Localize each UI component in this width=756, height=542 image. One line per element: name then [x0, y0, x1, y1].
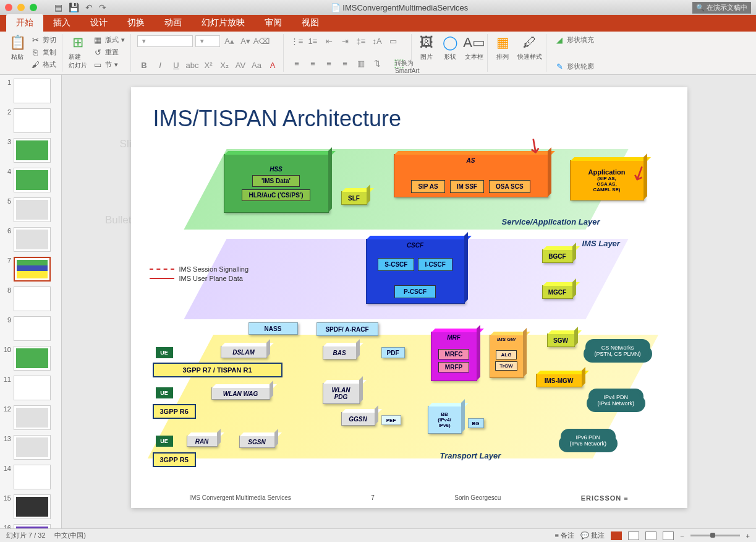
align-center-button[interactable]: ≡	[306, 56, 320, 70]
slide-thumb-10[interactable]: 10	[2, 346, 59, 371]
paste-button[interactable]: 📋 粘贴	[9, 34, 26, 70]
mrf-block[interactable]: MRF MRFC MRFP	[431, 332, 477, 381]
ipv6-cloud[interactable]: IPv6 PDN(IPv6 Network)	[564, 431, 613, 450]
tab-view[interactable]: 视图	[292, 14, 329, 32]
thumbnail[interactable]	[14, 435, 51, 460]
slide-thumb-15[interactable]: 15	[2, 494, 59, 519]
subscript-button[interactable]: X₂	[218, 58, 231, 72]
superscript-button[interactable]: X²	[202, 58, 215, 72]
bg-block[interactable]: BG	[468, 418, 484, 428]
font-family-select[interactable]: ▾	[137, 35, 193, 47]
slide-thumb-1[interactable]: 1	[2, 79, 59, 103]
thumbnail[interactable]	[14, 524, 51, 528]
font-size-select[interactable]: ▾	[195, 35, 220, 47]
slide-thumb-7[interactable]: 7	[2, 257, 59, 282]
thumbnail[interactable]	[14, 494, 51, 519]
redo-icon[interactable]: ↷	[99, 2, 106, 12]
maximize-button[interactable]	[30, 4, 37, 11]
bas-block[interactable]: BAS	[323, 346, 357, 359]
thumbnail[interactable]	[14, 405, 51, 430]
undo-icon[interactable]: ↶	[85, 2, 93, 12]
spdf-block[interactable]: SPDF/ A-RACF	[316, 322, 378, 336]
sgw-block[interactable]: SGW	[547, 333, 575, 347]
ue-1[interactable]: UE	[156, 347, 173, 358]
numbering-button[interactable]: 1≡	[306, 34, 320, 48]
cut-button[interactable]: ✂剪切	[28, 34, 58, 45]
thumbnail[interactable]	[14, 316, 51, 341]
copy-button[interactable]: ⎘复制	[28, 46, 58, 58]
slide-thumb-8[interactable]: 8	[2, 286, 59, 311]
slide-thumb-9[interactable]: 9	[2, 316, 59, 341]
ran-block[interactable]: RAN	[187, 436, 218, 447]
sgsn-block[interactable]: SGSN	[239, 436, 275, 448]
strike-button[interactable]: abc	[185, 58, 199, 72]
thumbnail[interactable]	[14, 257, 51, 282]
layout-button[interactable]: ▦版式 ▾	[91, 34, 127, 45]
thumbnail[interactable]	[14, 79, 51, 103]
slide-thumb-4[interactable]: 4	[2, 168, 59, 192]
decrease-font-button[interactable]: A▾	[239, 34, 252, 48]
thumbnail[interactable]	[14, 138, 51, 163]
wlan-wag-block[interactable]: WLAN WAG	[211, 387, 270, 400]
thumbnail[interactable]	[14, 286, 51, 311]
tab-design[interactable]: 设计	[80, 14, 117, 32]
text-direction-button[interactable]: ↕A	[370, 34, 384, 48]
tab-review[interactable]: 审阅	[255, 14, 292, 32]
arrange-button[interactable]: ▦排列	[494, 34, 511, 61]
clear-format-button[interactable]: A⌫	[255, 34, 268, 48]
zoom-slider[interactable]	[690, 535, 740, 536]
decrease-indent-button[interactable]: ⇤	[322, 34, 336, 48]
zoom-in-button[interactable]: +	[746, 532, 750, 540]
align-left-button[interactable]: ≡	[290, 56, 304, 70]
reading-view-button[interactable]	[645, 531, 656, 540]
slide-thumb-6[interactable]: 6	[2, 227, 59, 252]
quick-style-button[interactable]: 🖊快速样式	[517, 34, 542, 61]
bullets-button[interactable]: ⋮≡	[290, 34, 304, 48]
normal-view-button[interactable]	[611, 531, 622, 540]
format-painter-button[interactable]: 🖌格式	[28, 59, 58, 70]
pef-block[interactable]: PEF	[381, 415, 401, 425]
slf-block[interactable]: SLF	[341, 191, 367, 205]
ue-3[interactable]: UE	[156, 436, 173, 447]
ims-mgw-block[interactable]: IMS-MGW	[536, 374, 582, 387]
bgcf-block[interactable]: BGCF	[542, 249, 573, 263]
thumbnail[interactable]	[14, 108, 51, 133]
slide-thumb-5[interactable]: 5	[2, 197, 59, 222]
italic-button[interactable]: I	[153, 58, 167, 72]
columns-button[interactable]: ▥	[354, 56, 368, 70]
comments-button[interactable]: 💬 批注	[580, 531, 605, 540]
thumbnail[interactable]	[14, 168, 51, 192]
align-text-button[interactable]: ▭	[386, 34, 400, 48]
section-button[interactable]: ▭节 ▾	[91, 59, 127, 70]
shape-outline-button[interactable]: ✎形状轮廓	[553, 61, 596, 72]
justify-button[interactable]: ≡	[338, 56, 352, 70]
ue-2[interactable]: UE	[156, 387, 173, 398]
cscf-block[interactable]: CSCF S-CSCF I-CSCF P-CSCF	[366, 239, 465, 304]
slide-title[interactable]: IMS/TISPAN Architecture	[153, 106, 401, 132]
increase-font-button[interactable]: A▴	[223, 34, 236, 48]
ipv4-cloud[interactable]: IPv4 PDN(IPv4 Network)	[592, 390, 641, 410]
thumbnail[interactable]	[14, 465, 51, 489]
increase-indent-button[interactable]: ⇥	[338, 34, 352, 48]
slide-thumb-3[interactable]: 3	[2, 138, 59, 163]
save-icon[interactable]: ▤	[54, 2, 62, 12]
cs-networks-cloud[interactable]: CS Networks(PSTN, CS PLMN)	[588, 341, 647, 361]
mgcf-block[interactable]: MGCF	[542, 285, 573, 299]
thumbnail[interactable]	[14, 376, 51, 400]
thumbnail[interactable]	[14, 227, 51, 252]
zoom-out-button[interactable]: −	[680, 532, 684, 540]
search-box[interactable]: 🔍 在演示文稿中	[692, 2, 751, 14]
wlan-pdg-block[interactable]: WLAN PDG	[323, 383, 360, 404]
r5-label[interactable]: 3GPP R5	[153, 452, 196, 467]
tab-animation[interactable]: 动画	[155, 14, 192, 32]
new-slide-button[interactable]: ⊞ 新建 幻灯片	[69, 34, 87, 70]
pdf-block[interactable]: PDF	[381, 347, 405, 358]
line-spacing-button[interactable]: ‡≡	[354, 34, 368, 48]
align-right-button[interactable]: ≡	[322, 56, 336, 70]
slide-thumb-13[interactable]: 13	[2, 435, 59, 460]
sorter-view-button[interactable]	[628, 531, 639, 540]
tab-slideshow[interactable]: 幻灯片放映	[192, 14, 255, 32]
slide-thumb-16[interactable]: 16	[2, 524, 59, 528]
hss-block[interactable]: HSS 'IMS Data' HLR/AuC ('CS/PS')	[224, 154, 329, 213]
slide-thumb-11[interactable]: 11	[2, 376, 59, 400]
